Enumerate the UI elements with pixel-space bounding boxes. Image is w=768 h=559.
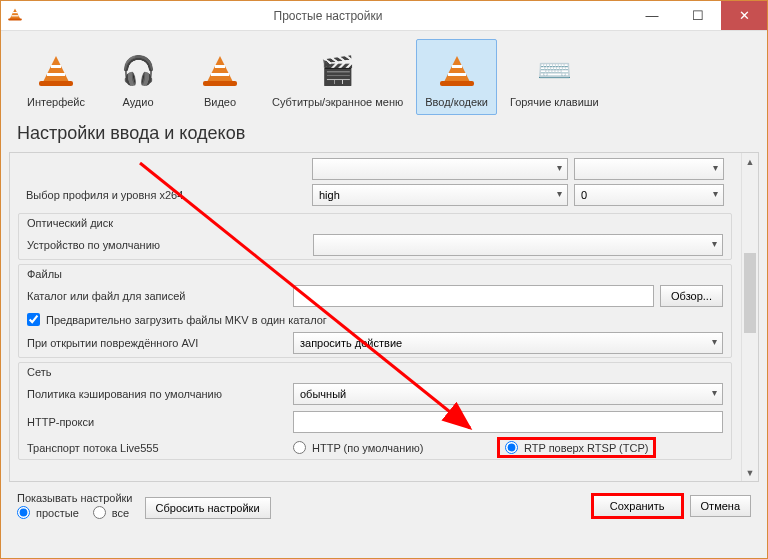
maximize-button[interactable]: ☐ bbox=[675, 1, 721, 30]
category-subtitles[interactable]: 🎬 Субтитры/экранное меню bbox=[263, 39, 412, 115]
record-path-input[interactable] bbox=[293, 285, 654, 307]
live555-http-radio[interactable]: HTTP (по умолчанию) bbox=[293, 441, 493, 454]
record-path-label: Каталог или файл для записей bbox=[27, 290, 287, 302]
cone-icon bbox=[196, 46, 244, 94]
files-group: Файлы Каталог или файл для записей Обзор… bbox=[18, 264, 732, 358]
clapper-icon: 🎬 bbox=[314, 46, 362, 94]
stub-row bbox=[18, 157, 732, 181]
optical-device-label: Устройство по умолчанию bbox=[27, 239, 307, 251]
close-button[interactable]: ✕ bbox=[721, 1, 767, 30]
cancel-button[interactable]: Отмена bbox=[690, 495, 751, 517]
live555-label: Транспорт потока Live555 bbox=[27, 442, 287, 454]
scroll-up-icon[interactable]: ▲ bbox=[742, 153, 758, 170]
headphones-icon: 🎧 bbox=[114, 46, 162, 94]
optical-group-title: Оптический диск bbox=[19, 214, 731, 231]
keyboard-icon: ⌨️ bbox=[530, 46, 578, 94]
category-input-codecs[interactable]: Ввод/кодеки bbox=[416, 39, 497, 115]
x264-label: Выбор профиля и уровня x264 bbox=[26, 189, 306, 201]
optical-group: Оптический диск Устройство по умолчанию bbox=[18, 213, 732, 260]
http-proxy-label: HTTP-прокси bbox=[27, 416, 287, 428]
settings-scroll-area: Выбор профиля и уровня x264 Оптический д… bbox=[9, 152, 759, 482]
minimize-button[interactable]: — bbox=[629, 1, 675, 30]
show-simple-radio[interactable]: простые bbox=[17, 506, 79, 519]
show-settings-group: Показывать настройки простые все bbox=[17, 492, 133, 519]
files-group-title: Файлы bbox=[19, 265, 731, 282]
category-interface[interactable]: Интерфейс bbox=[17, 39, 95, 115]
network-group: Сеть Политика кэширования по умолчанию H… bbox=[18, 362, 732, 460]
scroll-down-icon[interactable]: ▼ bbox=[742, 464, 758, 481]
stub-combo-1[interactable] bbox=[312, 158, 568, 180]
page-title: Настройки ввода и кодеков bbox=[1, 119, 767, 152]
damaged-avi-combo[interactable] bbox=[293, 332, 723, 354]
caching-label: Политика кэширования по умолчанию bbox=[27, 388, 287, 400]
window-title: Простые настройки bbox=[27, 9, 629, 23]
titlebar: Простые настройки — ☐ ✕ bbox=[1, 1, 767, 31]
category-toolbar: Интерфейс 🎧 Аудио Видео 🎬 Субтитры/экран… bbox=[1, 31, 767, 119]
preload-mkv-check[interactable]: Предварительно загрузить файлы MKV в оди… bbox=[27, 313, 327, 326]
cone-icon bbox=[32, 46, 80, 94]
caching-combo[interactable] bbox=[293, 383, 723, 405]
http-proxy-input[interactable] bbox=[293, 411, 723, 433]
damaged-avi-label: При открытии повреждённого AVI bbox=[27, 337, 287, 349]
window-buttons: — ☐ ✕ bbox=[629, 1, 767, 30]
category-audio[interactable]: 🎧 Аудио bbox=[99, 39, 177, 115]
footer: Показывать настройки простые все Сбросит… bbox=[1, 482, 767, 529]
app-icon bbox=[7, 6, 27, 26]
window: Простые настройки — ☐ ✕ Интерфейс 🎧 Ауди… bbox=[0, 0, 768, 559]
show-settings-label: Показывать настройки bbox=[17, 492, 133, 504]
preload-mkv-checkbox[interactable] bbox=[27, 313, 40, 326]
scrollbar-thumb[interactable] bbox=[744, 253, 756, 333]
x264-level-number[interactable] bbox=[574, 184, 724, 206]
x264-profile-combo[interactable] bbox=[312, 184, 568, 206]
stub-combo-2[interactable] bbox=[574, 158, 724, 180]
vertical-scrollbar[interactable]: ▲ ▼ bbox=[741, 153, 758, 481]
show-all-radio[interactable]: все bbox=[93, 506, 129, 519]
reset-button[interactable]: Сбросить настройки bbox=[145, 497, 271, 519]
optical-device-combo[interactable] bbox=[313, 234, 723, 256]
cone-icon bbox=[433, 46, 481, 94]
browse-button[interactable]: Обзор... bbox=[660, 285, 723, 307]
network-group-title: Сеть bbox=[19, 363, 731, 380]
save-button[interactable]: Сохранить bbox=[593, 495, 682, 517]
category-hotkeys[interactable]: ⌨️ Горячие клавиши bbox=[501, 39, 608, 115]
category-video[interactable]: Видео bbox=[181, 39, 259, 115]
x264-row: Выбор профиля и уровня x264 bbox=[18, 181, 732, 209]
live555-rtp-radio[interactable]: RTP поверх RTSP (TCP) bbox=[499, 439, 654, 456]
